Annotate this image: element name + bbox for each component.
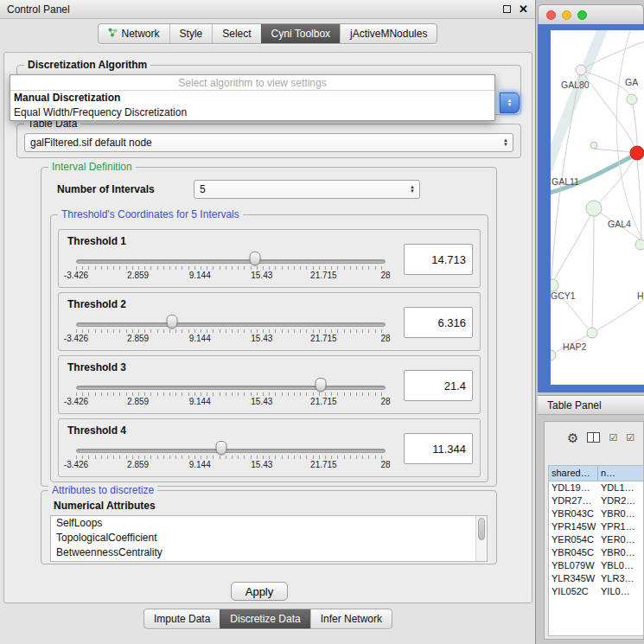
select-checkbox-icon[interactable]: ☑ xyxy=(609,433,617,443)
table-row[interactable]: YDL19…YDL1… xyxy=(549,481,643,494)
attribute-item[interactable]: BetweennessCentrality xyxy=(51,545,487,560)
network-icon xyxy=(108,28,118,40)
table-row[interactable]: YBR045CYBR0… xyxy=(549,546,643,559)
tab-style[interactable]: Style xyxy=(169,24,213,43)
table-row[interactable]: YDR27…YDR2… xyxy=(549,494,643,507)
algorithm-option-manual-discretization[interactable]: Manual Discretization xyxy=(10,91,494,105)
table-row[interactable]: YER054CYER0… xyxy=(549,533,643,546)
zoom-traffic-light-icon[interactable] xyxy=(577,10,587,20)
tab-discretize-data[interactable]: Discretize Data xyxy=(220,609,309,628)
network-edge[interactable] xyxy=(554,208,594,280)
attribute-item[interactable]: TopologicalCoefficient xyxy=(51,531,487,545)
network-edge[interactable] xyxy=(592,296,644,333)
network-node[interactable] xyxy=(627,94,637,105)
tab-infer-network[interactable]: Infer Network xyxy=(310,609,392,628)
tab-impute-data[interactable]: Impute Data xyxy=(144,609,220,628)
table-panel-header: Table Panel xyxy=(538,395,644,415)
tick-label: -3.426 xyxy=(64,460,88,469)
threshold-2-slider[interactable]: -3.4262.8599.14415.4321.71528 xyxy=(76,314,386,348)
tab-network[interactable]: Network xyxy=(99,24,169,43)
node-label: GAL80 xyxy=(561,80,590,90)
threshold-3-value[interactable]: 21.4 xyxy=(404,370,473,401)
close-icon[interactable]: ✕ xyxy=(519,3,528,15)
network-node[interactable] xyxy=(635,239,644,250)
tab-select[interactable]: Select xyxy=(212,24,260,43)
table-cell: YIL052C xyxy=(549,585,598,598)
table-cell: YLR3… xyxy=(598,572,643,585)
network-node[interactable] xyxy=(630,146,644,160)
threshold-box-1: Threshold 1-3.4262.8599.14415.4321.71528… xyxy=(58,229,481,288)
thresholds-group: Threshold's Coordinates for 5 Intervals … xyxy=(50,214,488,482)
slider-thumb[interactable] xyxy=(166,315,177,328)
close-traffic-light-icon[interactable] xyxy=(546,10,556,20)
column-header-2[interactable]: n… xyxy=(598,466,643,481)
gear-icon[interactable]: ⚙ xyxy=(567,431,578,444)
attributes-scrollbar[interactable] xyxy=(475,516,487,561)
num-intervals-label: Number of Intervals xyxy=(57,183,155,195)
table-panel: ⚙ ☑ ☑ shared…n… YDL19…YDL1…YDR27…YDR2…YB… xyxy=(544,421,644,640)
slider-thumb[interactable] xyxy=(315,378,326,392)
network-graph: GAL80GAGAL11GAL4GCY1HHAP2 xyxy=(551,30,644,385)
network-edge[interactable] xyxy=(592,208,594,328)
algorithm-combobox-button[interactable]: ▲ ▼ xyxy=(500,92,520,113)
num-intervals-combobox[interactable]: 5 ▲ ▼ xyxy=(194,180,420,199)
network-edge[interactable] xyxy=(637,160,641,238)
threshold-label: Threshold 3 xyxy=(67,361,126,373)
table-row[interactable]: YPR145WYPR1… xyxy=(549,520,643,533)
tab-label: Cyni Toolbox xyxy=(271,28,330,40)
network-node[interactable] xyxy=(551,350,556,360)
slider-tickmarks xyxy=(76,456,386,459)
window-controls: ✕ xyxy=(503,3,528,15)
tick-label: 15.43 xyxy=(251,271,272,280)
columns-icon[interactable] xyxy=(587,432,600,443)
table-row[interactable]: YBL079WYBL0… xyxy=(549,559,643,572)
numerical-attributes-list[interactable]: SelfLoopsTopologicalCoefficientBetweenne… xyxy=(50,515,488,562)
table-row[interactable]: YBR043CYBR0… xyxy=(549,507,643,520)
network-edge[interactable] xyxy=(633,104,637,146)
scrollbar-thumb[interactable] xyxy=(478,518,485,540)
tick-label: 21.715 xyxy=(310,460,337,469)
network-node[interactable] xyxy=(551,279,558,291)
column-header-1[interactable]: shared… xyxy=(549,466,598,481)
tab-label: Style xyxy=(180,28,203,40)
table-row[interactable]: YLR345WYLR3… xyxy=(549,572,643,585)
thresholds-group-label: Threshold's Coordinates for 5 Intervals xyxy=(58,208,243,220)
table-toolbar: ⚙ ☑ ☑ xyxy=(545,422,643,448)
tab-jactivemnodules[interactable]: jActiveMNodules xyxy=(340,24,437,43)
network-edge[interactable] xyxy=(551,155,635,194)
threshold-list: Threshold 1-3.4262.8599.14415.4321.71528… xyxy=(51,229,488,477)
control-panel-window: Control Panel ✕ NetworkStyleSelectCyni T… xyxy=(0,0,536,644)
tick-label: 28 xyxy=(380,271,390,280)
network-node[interactable] xyxy=(576,65,586,75)
attribute-item[interactable]: SelfLoops xyxy=(51,516,487,531)
network-view-window: GAL80GAGAL11GAL4GCY1HHAP2 xyxy=(538,4,644,392)
table-cell: YDR27… xyxy=(549,494,598,507)
network-canvas[interactable]: GAL80GAGAL11GAL4GCY1HHAP2 xyxy=(551,30,644,385)
slider-thumb[interactable] xyxy=(249,252,260,265)
threshold-1-slider[interactable]: -3.4262.8599.14415.4321.71528 xyxy=(76,251,386,285)
slider-tickmarks xyxy=(76,329,386,333)
threshold-4-value[interactable]: 11.344 xyxy=(404,433,473,464)
algorithm-option-equal-width-frequency-discretization[interactable]: Equal Width/Frequency Discretization xyxy=(10,105,494,120)
slider-thumb[interactable] xyxy=(216,441,227,455)
minimize-traffic-light-icon[interactable] xyxy=(562,10,571,20)
threshold-4-slider[interactable]: -3.4262.8599.14415.4321.71528 xyxy=(76,440,386,475)
network-edge[interactable] xyxy=(616,30,642,239)
threshold-label: Threshold 4 xyxy=(67,424,126,437)
table-data-combobox[interactable]: galFiltered.sif default node ▲ ▼ xyxy=(24,133,513,152)
network-node[interactable] xyxy=(590,142,597,149)
threshold-1-value[interactable]: 14.713 xyxy=(404,244,473,275)
network-node[interactable] xyxy=(587,328,597,338)
network-edge[interactable] xyxy=(594,149,631,152)
float-window-icon[interactable] xyxy=(503,5,511,13)
threshold-2-value[interactable]: 6.316 xyxy=(404,307,473,338)
apply-button[interactable]: Apply xyxy=(231,582,288,601)
table-row[interactable]: YIL052CYIL0… xyxy=(549,585,643,598)
node-table: shared…n… YDL19…YDL1…YDR27…YDR2…YBR043CY… xyxy=(548,465,644,636)
network-node[interactable] xyxy=(586,201,602,216)
slider-track xyxy=(76,449,386,453)
tab-cyni-toolbox[interactable]: Cyni Toolbox xyxy=(261,24,340,43)
threshold-3-slider[interactable]: -3.4262.8599.14415.4321.71528 xyxy=(76,377,386,411)
select-all-checkbox-icon[interactable]: ☑ xyxy=(626,433,634,443)
tick-label: 28 xyxy=(380,460,390,469)
